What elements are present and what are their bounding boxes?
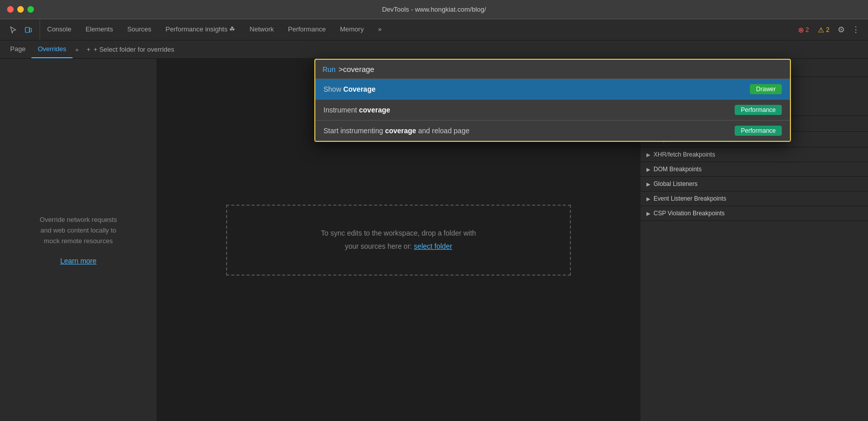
close-button[interactable] [7,6,14,13]
maximize-button[interactable] [27,6,34,13]
add-folder-button[interactable]: + + Select folder for overrides [82,41,179,58]
xhr-triangle-icon: ▶ [646,152,650,158]
command-input[interactable] [339,65,783,73]
warning-icon: ⚠ [818,26,824,34]
cmd-result-text-2: Instrument coverage [323,106,390,114]
tab-more[interactable]: » [371,19,388,40]
traffic-lights [7,6,34,13]
tab-elements[interactable]: Elements [79,19,120,40]
command-prompt: Run [322,65,336,73]
event-label: Event Listener Breakpoints [654,195,726,202]
cmd-badge-performance-1[interactable]: Performance [735,105,782,115]
nav-icons [2,19,40,40]
tab-overrides[interactable]: Overrides [31,41,72,58]
tab-console[interactable]: Console [40,19,79,40]
sidebar-description: Override network requestsand web content… [40,215,117,246]
drop-zone[interactable]: To sync edits to the workspace, drop a f… [226,205,571,276]
error-badge: ⊗ 2 [795,25,812,35]
plus-icon: + [87,46,91,53]
main-layout: Override network requestsand web content… [0,59,868,421]
nav-right: ⊗ 2 ⚠ 2 ⚙ ⋮ [791,19,866,40]
csp-label: CSP Violation Breakpoints [654,210,725,217]
inspect-icon[interactable] [6,23,20,37]
tab-page[interactable]: Page [4,41,31,58]
command-input-row: Run [315,60,790,79]
cmd-result-show-coverage[interactable]: Show Coverage Drawer [315,79,790,99]
nav-tabs: Console Elements Sources Performance ins… [40,19,791,40]
cmd-result-text-1: Show Coverage [323,85,376,93]
cmd-badge-performance-2[interactable]: Performance [735,126,782,136]
error-count: 2 [806,26,809,33]
settings-icon[interactable]: ⚙ [836,23,847,36]
error-icon: ⊗ [798,26,804,34]
minimize-button[interactable] [17,6,24,13]
svg-rect-1 [29,28,31,32]
second-bar: Page Overrides » + + Select folder for o… [0,41,868,59]
warning-count: 2 [826,26,829,33]
tab-memory[interactable]: Memory [333,19,371,40]
select-folder-link[interactable]: select folder [414,242,452,250]
window-title: DevTools - www.hongkiat.com/blog/ [382,6,486,13]
center-panel: To sync edits to the workspace, drop a f… [157,59,640,421]
cmd-result-text-3: Start instrumenting coverage and reload … [323,127,469,135]
cmd-badge-drawer[interactable]: Drawer [750,84,782,94]
drop-zone-text: To sync edits to the workspace, drop a f… [321,227,476,252]
global-listeners-section[interactable]: ▶ Global Listeners [640,177,868,192]
add-folder-label: + Select folder for overrides [93,46,174,53]
cmd-result-instrument[interactable]: Instrument coverage Performance [315,99,790,120]
tab-performance[interactable]: Performance [281,19,333,40]
tab-performance-insights[interactable]: Performance insights ☘ [159,19,243,40]
more-options-icon[interactable]: ⋮ [850,23,862,36]
csp-violation-section[interactable]: ▶ CSP Violation Breakpoints [640,206,868,221]
warning-badge: ⚠ 2 [815,25,833,35]
xhr-label: XHR/fetch Breakpoints [654,151,715,158]
tab-network[interactable]: Network [242,19,281,40]
dom-triangle-icon: ▶ [646,167,650,172]
device-icon[interactable] [21,23,35,37]
dom-label: DOM Breakpoints [654,166,702,173]
command-palette[interactable]: Run Show Coverage Drawer Instrument cove… [314,59,791,142]
csp-triangle-icon: ▶ [646,211,650,216]
cmd-result-start-instrument[interactable]: Start instrumenting coverage and reload … [315,120,790,141]
left-sidebar: Override network requestsand web content… [0,59,157,421]
title-bar: DevTools - www.hongkiat.com/blog/ [0,0,868,19]
svg-rect-0 [25,27,29,32]
dom-breakpoints-section[interactable]: ▶ DOM Breakpoints [640,162,868,177]
global-label: Global Listeners [654,180,698,187]
learn-more-link[interactable]: Learn more [60,257,97,265]
event-triangle-icon: ▶ [646,196,650,202]
second-bar-more[interactable]: » [73,41,82,58]
event-listener-section[interactable]: ▶ Event Listener Breakpoints [640,192,868,206]
xhr-fetch-section[interactable]: ▶ XHR/fetch Breakpoints [640,147,868,162]
tab-sources[interactable]: Sources [120,19,159,40]
nav-bar: Console Elements Sources Performance ins… [0,19,868,41]
global-triangle-icon: ▶ [646,181,650,187]
